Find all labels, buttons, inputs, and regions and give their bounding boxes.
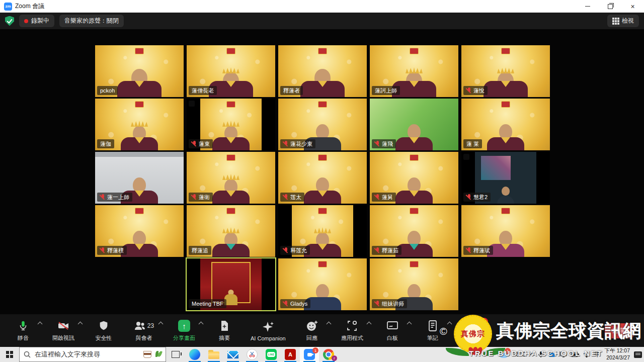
chevron-up-icon[interactable] <box>366 322 371 327</box>
backdrop-emblem <box>135 208 144 214</box>
muted-mic-icon <box>466 247 471 254</box>
original-sound-status[interactable]: 音樂家的原聲：關閉 <box>59 15 124 27</box>
video-tile[interactable]: 蓮舅 <box>370 152 458 204</box>
video-tile[interactable]: 蓮悅 <box>461 45 550 97</box>
apps-button[interactable]: 應用程式 <box>332 314 372 347</box>
mute-button[interactable]: 靜音 <box>3 314 43 347</box>
backdrop-emblem <box>318 154 327 161</box>
more-button[interactable]: 1 更多 <box>453 314 493 347</box>
display-icon[interactable] <box>560 351 567 357</box>
video-tile[interactable]: 釋蓮者 <box>278 45 367 97</box>
windows-taskbar: 在這裡輸入文字來搜尋 LINE A 1 r 1 25°C 中 下午 12:072… <box>0 347 644 362</box>
backdrop-emblem <box>410 261 419 267</box>
original-sound-label: 音樂家的原聲：關閉 <box>64 17 119 25</box>
participant-name: 釋蓮追 <box>192 246 208 254</box>
share-screen-button[interactable]: ↑ 分享畫面 <box>164 314 204 347</box>
tile-status-icon <box>463 154 469 160</box>
participant-name: Gladys <box>290 300 307 308</box>
video-tile[interactable]: 蓮訶上師 <box>370 45 458 97</box>
video-tile[interactable]: 释莲允 <box>278 205 367 257</box>
video-tile[interactable]: 蓮僧長老 <box>187 45 275 97</box>
ai-companion-button[interactable]: AI Companion <box>245 314 292 347</box>
participant-nametag: 蓮一上師 <box>97 193 132 202</box>
video-tile[interactable]: 蓮衛 <box>187 152 275 204</box>
weather-widget[interactable]: 1 <box>498 349 509 359</box>
participants-button[interactable]: 23 與會者 <box>124 314 164 347</box>
taskbar-app-snipping[interactable] <box>243 347 262 362</box>
window-title: Zoom 會議 <box>15 2 44 11</box>
summary-button[interactable]: 摘要 <box>204 314 245 347</box>
participant-name: pckoh <box>100 86 115 95</box>
participant-figure <box>392 174 436 204</box>
start-video-button[interactable]: 開啟視訊 <box>43 314 84 347</box>
task-view-button[interactable] <box>166 347 185 362</box>
notes-button[interactable]: 筆記 <box>413 314 453 347</box>
taskbar-app-zoom[interactable]: 1 <box>300 347 319 362</box>
participant-nametag: 釋蓮珷 <box>463 246 493 255</box>
view-button[interactable]: 檢視 <box>607 15 639 27</box>
restore-button[interactable] <box>599 0 621 13</box>
line-icon: LINE <box>266 349 277 360</box>
start-button[interactable] <box>0 347 19 362</box>
participant-figure <box>209 174 253 204</box>
video-tile[interactable]: 釋蓮茹 <box>370 205 458 257</box>
participant-name: 释莲允 <box>290 246 307 254</box>
battery-icon[interactable] <box>571 352 579 357</box>
onedrive-icon[interactable] <box>548 352 556 357</box>
whiteboard-button[interactable]: 白板 <box>372 314 413 347</box>
recording-indicator[interactable]: 錄製中 <box>19 15 54 27</box>
participant-name: 釋蓮樸 <box>107 246 124 254</box>
participant-nametag: 釋蓮茹 <box>372 246 401 255</box>
close-button[interactable]: × <box>621 0 644 13</box>
participant-nametag: 蓮飛 <box>372 139 396 148</box>
taskbar-app-mail[interactable] <box>223 347 243 362</box>
chevron-up-icon[interactable] <box>158 322 164 327</box>
chevron-up-icon[interactable] <box>78 322 83 327</box>
video-tile[interactable]: 釋蓮追 <box>187 205 275 257</box>
participant-name: 细妹讲师 <box>382 300 404 308</box>
backdrop-emblem <box>318 261 327 267</box>
video-tile[interactable]: 蓮飛 <box>370 99 458 150</box>
leave-button[interactable]: 離開 <box>605 323 634 338</box>
chevron-up-icon[interactable] <box>38 322 43 327</box>
action-center-icon[interactable] <box>634 351 642 358</box>
video-tile[interactable]: 慧君2 <box>461 152 550 204</box>
taskbar-app-edge[interactable] <box>185 347 204 362</box>
participant-name: 慧君2 <box>473 193 488 201</box>
security-button[interactable]: 安全性 <box>84 314 124 347</box>
hidden-icons-chevron[interactable] <box>530 352 534 357</box>
video-tile[interactable]: pckoh <box>95 45 184 97</box>
muted-mic-icon <box>466 87 471 94</box>
video-tile[interactable]: 蓮東 <box>187 99 275 150</box>
reactions-button[interactable]: 回應 <box>292 314 332 347</box>
tray-mic-icon[interactable] <box>538 351 544 358</box>
video-tile[interactable]: Gladys <box>278 258 367 310</box>
video-tile[interactable]: 细妹讲师 <box>370 258 458 310</box>
search-icon <box>24 351 31 358</box>
temperature-label[interactable]: 25°C <box>513 351 526 358</box>
taskbar-app-chrome[interactable]: r <box>319 347 338 362</box>
video-tile[interactable]: 蓮花少東 <box>278 99 367 150</box>
whiteboard-icon <box>386 319 398 332</box>
chevron-up-icon[interactable] <box>199 322 204 327</box>
video-tile[interactable]: 蓮一上師 <box>95 152 184 204</box>
video-tile[interactable]: 蓮伽 <box>95 99 184 150</box>
taskbar-app-acrobat[interactable]: A <box>281 347 300 362</box>
chevron-up-icon[interactable] <box>326 322 331 327</box>
taskbar-clock[interactable]: 下午 12:072024/3/27 <box>605 347 630 361</box>
chevron-up-icon[interactable] <box>447 322 452 327</box>
video-tile[interactable]: 釋蓮樸 <box>95 205 184 257</box>
taskbar-app-line[interactable]: LINE <box>262 347 281 362</box>
video-tile-active-speaker[interactable]: Meeting TBF <box>187 258 275 310</box>
chevron-up-icon[interactable] <box>407 322 412 327</box>
encryption-shield-icon[interactable] <box>5 16 14 26</box>
taskbar-search[interactable]: 在這裡輸入文字來搜尋 <box>19 347 166 362</box>
video-tile[interactable]: 釋蓮珷 <box>461 205 550 257</box>
wifi-icon[interactable] <box>583 352 590 357</box>
video-tile[interactable]: 莲太 <box>278 152 367 204</box>
ime-indicator[interactable]: 中 <box>594 350 601 359</box>
taskbar-app-file-explorer[interactable] <box>204 347 223 362</box>
minimize-button[interactable] <box>576 0 599 13</box>
video-tile[interactable]: 蓮 莱 <box>461 99 550 150</box>
muted-mic-icon <box>283 141 288 147</box>
